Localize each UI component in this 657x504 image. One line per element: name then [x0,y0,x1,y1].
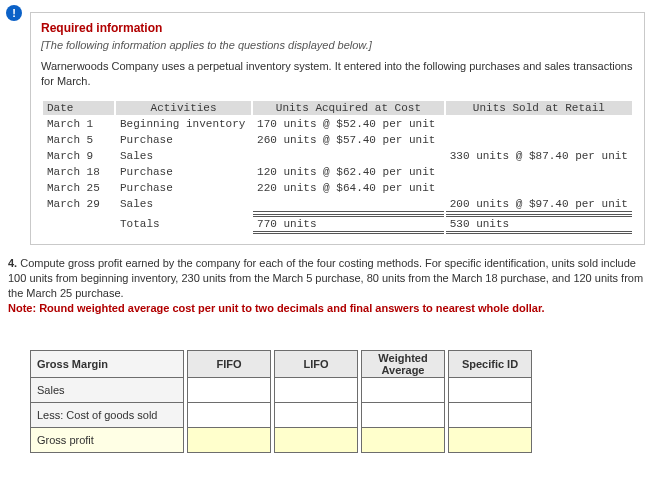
question-note: Note: Round weighted average cost per un… [8,302,545,314]
input-fifo-sales[interactable] [188,378,271,403]
question-number: 4. [8,257,17,269]
table-row: March 25Purchase220 units @ $64.40 per u… [43,181,632,195]
table-row: March 18Purchase120 units @ $62.40 per u… [43,165,632,179]
input-wavg-cogs[interactable] [362,403,445,428]
row-gross-profit: Gross profit [31,428,532,453]
hdr-gross-margin: Gross Margin [31,351,184,378]
hdr-date: Date [43,101,114,115]
input-lifo-sales[interactable] [275,378,358,403]
output-fifo-gp [188,428,271,453]
hdr-acquired: Units Acquired at Cost [253,101,444,115]
hdr-lifo: LIFO [275,351,358,378]
input-fifo-cogs[interactable] [188,403,271,428]
table-row: March 5Purchase260 units @ $57.40 per un… [43,133,632,147]
label-cogs: Less: Cost of goods sold [31,403,184,428]
question-text: 4. Compute gross profit earned by the co… [8,256,645,315]
hdr-sold: Units Sold at Retail [446,101,632,115]
input-lifo-cogs[interactable] [275,403,358,428]
transactions-table: Date Activities Units Acquired at Cost U… [41,99,634,236]
question-body: Compute gross profit earned by the compa… [8,257,643,299]
totals-row: Totals 770 units 530 units [43,214,632,234]
required-subtitle: [The following information applies to th… [41,39,634,51]
required-info-panel: Required information [The following info… [30,12,645,245]
input-spid-cogs[interactable] [449,403,532,428]
required-title: Required information [41,21,634,35]
label-gross-profit: Gross profit [31,428,184,453]
info-icon: ! [6,5,22,21]
output-lifo-gp [275,428,358,453]
hdr-weighted-avg: Weighted Average [362,351,445,378]
table-row: March 1Beginning inventory170 units @ $5… [43,117,632,131]
row-sales: Sales [31,378,532,403]
hdr-activities: Activities [116,101,251,115]
hdr-fifo: FIFO [188,351,271,378]
table-row: March 9Sales330 units @ $87.40 per unit [43,149,632,163]
input-wavg-sales[interactable] [362,378,445,403]
answer-grid: Gross Margin FIFO LIFO Weighted Average … [30,350,532,453]
label-sales: Sales [31,378,184,403]
input-spid-sales[interactable] [449,378,532,403]
hdr-specific-id: Specific ID [449,351,532,378]
required-body: Warnerwoods Company uses a perpetual inv… [41,59,634,89]
output-spid-gp [449,428,532,453]
row-cogs: Less: Cost of goods sold [31,403,532,428]
table-row: March 29Sales200 units @ $97.40 per unit [43,197,632,212]
output-wavg-gp [362,428,445,453]
